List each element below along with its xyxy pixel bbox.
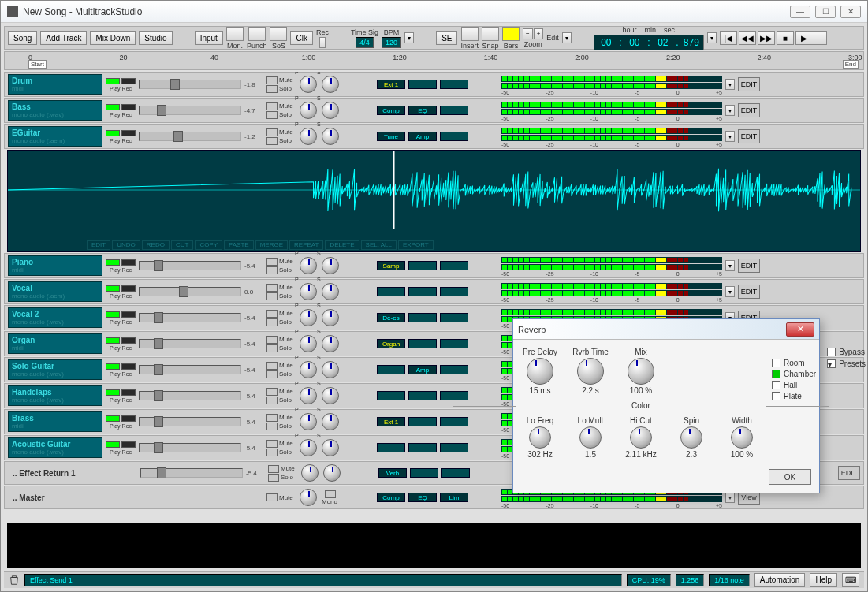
stop-button[interactable]: ■ [777, 31, 794, 45]
track-header[interactable]: Organmidi [8, 333, 102, 354]
fx-slot[interactable] [440, 106, 468, 115]
solo-button[interactable] [266, 344, 278, 352]
fx-slot[interactable] [440, 287, 468, 296]
track-dropdown[interactable]: ▾ [725, 131, 735, 142]
time-dropdown[interactable]: ▾ [707, 32, 717, 43]
fx-slot[interactable]: EQ [408, 493, 437, 502]
reverb-knob[interactable] [529, 426, 551, 449]
wave-merge-button[interactable]: MERGE [255, 240, 288, 250]
fx-slot[interactable] [377, 287, 405, 296]
rec-led[interactable] [121, 311, 136, 318]
presets-dropdown[interactable]: ▾ [827, 359, 836, 368]
pan-knob[interactable] [300, 257, 317, 274]
play-led[interactable] [106, 363, 120, 370]
volume-slider[interactable] [139, 132, 241, 141]
track-header[interactable]: Drummidi [8, 74, 102, 95]
solo-button[interactable] [266, 318, 278, 326]
track-dropdown[interactable]: ▾ [725, 105, 735, 116]
mute-button[interactable] [268, 465, 279, 473]
pan-knob[interactable] [300, 439, 317, 456]
volume-slider[interactable] [139, 417, 241, 426]
edit-dropdown[interactable]: ▾ [562, 32, 572, 43]
wave-undo-button[interactable]: UNDO [112, 240, 140, 250]
piano-roll-area[interactable] [7, 523, 861, 568]
zoom-out[interactable]: − [523, 28, 533, 39]
play-led[interactable] [106, 415, 120, 422]
solo-button[interactable] [266, 370, 278, 378]
rec-led[interactable] [121, 130, 136, 136]
play-led[interactable] [106, 389, 120, 396]
rec-led[interactable] [121, 78, 136, 84]
minimize-button[interactable]: — [790, 6, 810, 18]
play-led[interactable] [106, 259, 120, 266]
track-edit-button[interactable]: EDIT [738, 259, 760, 273]
reverb-knob[interactable] [527, 358, 553, 385]
send-knob[interactable] [322, 309, 339, 326]
pan-knob[interactable] [300, 387, 317, 404]
reverb-type-option[interactable]: Chamber [772, 370, 816, 378]
fx-slot[interactable] [408, 80, 437, 89]
pan-knob[interactable] [300, 102, 317, 119]
fx-slot[interactable] [377, 443, 405, 452]
fx-slot[interactable] [440, 339, 468, 348]
pan-knob[interactable] [301, 464, 319, 482]
mute-button[interactable] [266, 336, 278, 344]
input-button[interactable]: Input [195, 31, 223, 45]
song-menu[interactable]: Song [8, 31, 37, 45]
wave-repeat-button[interactable]: REPEAT [289, 240, 323, 250]
send-knob[interactable] [322, 387, 339, 404]
fx-slot[interactable] [408, 287, 437, 296]
fx-slot[interactable] [440, 391, 468, 400]
solo-button[interactable] [266, 449, 278, 456]
fx-slot[interactable] [377, 365, 405, 374]
fx-slot[interactable] [441, 468, 470, 478]
wave-copy-button[interactable]: COPY [195, 240, 222, 250]
play-led[interactable] [106, 441, 120, 448]
volume-slider[interactable] [139, 261, 241, 270]
solo-button[interactable] [266, 292, 278, 300]
pan-knob[interactable] [300, 489, 317, 506]
solo-button[interactable] [266, 111, 278, 119]
mute-button[interactable] [266, 362, 278, 370]
timesig-field[interactable]: 4/4 [356, 37, 374, 48]
reverb-dialog[interactable]: Reverb ✕ Pre Delay 15 ms Rvrb Time 2.2 s… [512, 318, 820, 493]
fx-slot[interactable] [440, 261, 468, 270]
effect-send-dropdown[interactable]: Effect Send 1 [24, 574, 622, 586]
reverb-knob[interactable] [577, 358, 604, 385]
keyboard-icon[interactable]: ⌨ [842, 573, 859, 587]
track-header[interactable]: Brassmidi [8, 411, 102, 432]
play-led[interactable] [106, 337, 120, 344]
reverb-type-option[interactable]: Plate [772, 392, 816, 400]
track-header[interactable]: Solo Guitarmono audio (.wav) [8, 359, 102, 380]
mon-toggle[interactable] [226, 27, 244, 41]
grid-note-field[interactable]: 1/16 note [709, 574, 750, 586]
send-knob[interactable] [322, 257, 339, 274]
play-button[interactable]: ▶ [795, 31, 827, 45]
help-button[interactable]: Help [810, 573, 837, 587]
rec-led[interactable] [121, 441, 136, 448]
fx-slot[interactable] [440, 80, 468, 89]
fx-slot[interactable] [408, 339, 437, 348]
fx-slot[interactable]: Amp [408, 365, 437, 374]
track-dropdown[interactable]: ▾ [725, 79, 735, 90]
maximize-button[interactable]: ☐ [815, 6, 836, 18]
fx-slot[interactable] [410, 468, 438, 478]
bars-toggle[interactable] [502, 27, 520, 41]
track-edit-button[interactable]: EDIT [738, 77, 760, 91]
send-knob[interactable] [322, 413, 339, 430]
fx-slot[interactable] [440, 443, 468, 452]
play-led[interactable] [106, 130, 120, 136]
pan-knob[interactable] [300, 309, 317, 326]
mute-button[interactable] [266, 388, 278, 396]
solo-button[interactable] [266, 85, 278, 93]
send-knob[interactable] [322, 361, 339, 378]
fx-slot[interactable]: Ext 1 [377, 80, 405, 89]
rec-led[interactable] [121, 389, 136, 396]
rec-led[interactable] [121, 415, 136, 422]
fx-slot[interactable]: De-es [377, 313, 405, 322]
fx-slot[interactable] [377, 391, 405, 400]
play-led[interactable] [106, 311, 120, 318]
titlebar[interactable]: New Song - MultitrackStudio — ☐ ✕ [1, 1, 867, 23]
fx-slot[interactable]: Verb [378, 468, 407, 478]
solo-button[interactable] [266, 397, 278, 404]
